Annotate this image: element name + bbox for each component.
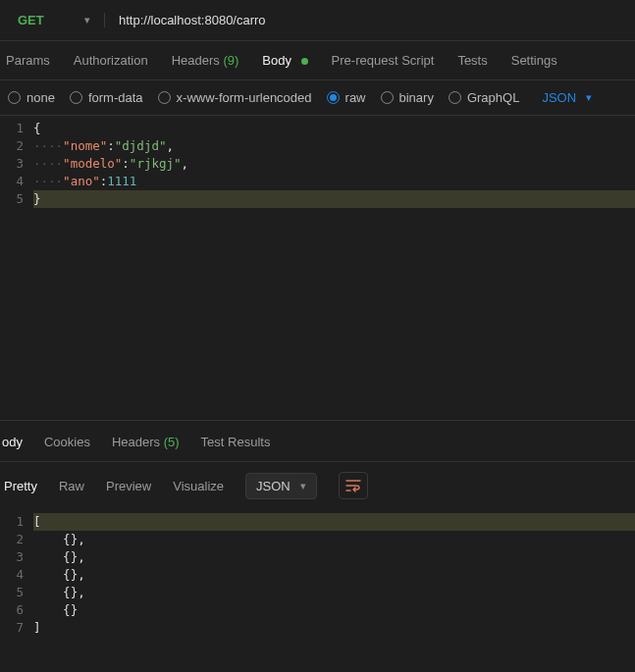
resp-tab-testresults[interactable]: Test Results bbox=[201, 435, 271, 449]
chevron-down-icon: ▾ bbox=[586, 91, 592, 104]
tab-tests[interactable]: Tests bbox=[457, 53, 487, 68]
view-visualize[interactable]: Visualize bbox=[173, 479, 224, 493]
code-line: ····"modelo":"rjkgj", bbox=[33, 155, 635, 173]
view-raw[interactable]: Raw bbox=[59, 479, 84, 493]
code-line: {}, bbox=[33, 548, 635, 566]
view-pretty[interactable]: Pretty bbox=[4, 479, 37, 493]
method-dropdown[interactable]: GET ▾ bbox=[8, 13, 105, 27]
request-body-editor[interactable]: 12345 {····"nome":"djdjd",····"modelo":"… bbox=[0, 116, 635, 420]
code-line: ····"nome":"djdjd", bbox=[33, 137, 635, 155]
resp-headers-count: (5) bbox=[164, 435, 180, 449]
radio-icon bbox=[8, 91, 21, 104]
radio-icon bbox=[70, 91, 82, 104]
tab-prerequest[interactable]: Pre-request Script bbox=[332, 53, 435, 68]
tab-authorization[interactable]: Authorization bbox=[74, 53, 148, 68]
raw-format-label: JSON bbox=[542, 90, 576, 105]
radio-icon bbox=[381, 91, 394, 104]
raw-format-select[interactable]: JSON ▾ bbox=[542, 90, 592, 105]
code-line: {} bbox=[33, 601, 635, 619]
radio-icon bbox=[158, 91, 171, 104]
response-view-bar: Pretty Raw Preview Visualize JSON ▾ bbox=[0, 462, 635, 509]
radio-formdata[interactable]: form-data bbox=[70, 90, 143, 105]
code-line: ] bbox=[33, 619, 635, 637]
line-gutter: 1234567 bbox=[0, 509, 33, 641]
radio-raw[interactable]: raw bbox=[327, 90, 366, 105]
code-line: ····"ano":1111 bbox=[33, 173, 635, 190]
request-tabs: Params Authorization Headers (9) Body Pr… bbox=[0, 41, 635, 80]
resp-headers-label: Headers bbox=[112, 435, 160, 449]
radio-icon-checked bbox=[327, 91, 340, 104]
tab-headers-label: Headers bbox=[172, 53, 220, 68]
code-line: [ bbox=[33, 513, 635, 531]
resp-tab-headers[interactable]: Headers (5) bbox=[112, 435, 180, 449]
response-format-select[interactable]: JSON ▾ bbox=[245, 473, 317, 499]
tab-settings[interactable]: Settings bbox=[511, 53, 557, 68]
code-line: {}, bbox=[33, 531, 635, 548]
response-format-label: JSON bbox=[256, 479, 291, 493]
radio-urlencoded[interactable]: x-www-form-urlencoded bbox=[158, 90, 312, 105]
http-method: GET bbox=[8, 13, 67, 27]
radio-graphql[interactable]: GraphQL bbox=[449, 90, 519, 105]
headers-count: (9) bbox=[223, 53, 238, 68]
tab-headers[interactable]: Headers (9) bbox=[172, 53, 239, 68]
resp-tab-cookies[interactable]: Cookies bbox=[44, 435, 90, 449]
chevron-down-icon: ▾ bbox=[300, 480, 306, 492]
response-tabs: ody Cookies Headers (5) Test Results bbox=[0, 420, 635, 462]
line-gutter: 12345 bbox=[0, 116, 33, 420]
radio-icon bbox=[449, 91, 461, 104]
radio-urlencoded-label: x-www-form-urlencoded bbox=[177, 90, 312, 105]
radio-raw-label: raw bbox=[345, 90, 366, 105]
body-dirty-indicator bbox=[301, 58, 308, 65]
wrap-lines-button[interactable] bbox=[339, 472, 368, 499]
resp-tab-body[interactable]: ody bbox=[2, 435, 23, 449]
radio-none-label: none bbox=[26, 90, 55, 105]
code-line: } bbox=[33, 190, 635, 208]
body-type-row: none form-data x-www-form-urlencoded raw… bbox=[0, 80, 635, 116]
code-area[interactable]: {····"nome":"djdjd",····"modelo":"rjkgj"… bbox=[33, 116, 635, 420]
response-body-editor[interactable]: 1234567 [ {}, {}, {}, {}, {}] bbox=[0, 509, 635, 641]
radio-binary[interactable]: binary bbox=[381, 90, 434, 105]
code-line: {}, bbox=[33, 566, 635, 584]
radio-graphql-label: GraphQL bbox=[467, 90, 519, 105]
code-area[interactable]: [ {}, {}, {}, {}, {}] bbox=[33, 509, 635, 641]
code-line: { bbox=[33, 120, 635, 137]
request-url-bar: GET ▾ http://localhost:8080/carro bbox=[0, 0, 635, 41]
radio-binary-label: binary bbox=[399, 90, 434, 105]
wrap-icon bbox=[345, 479, 361, 492]
radio-none[interactable]: none bbox=[8, 90, 55, 105]
code-line: {}, bbox=[33, 584, 635, 601]
tab-params[interactable]: Params bbox=[6, 53, 50, 68]
tab-body[interactable]: Body bbox=[262, 53, 307, 68]
url-input[interactable]: http://localhost:8080/carro bbox=[105, 13, 266, 27]
chevron-down-icon: ▾ bbox=[84, 14, 90, 26]
radio-formdata-label: form-data bbox=[88, 90, 143, 105]
tab-body-label: Body bbox=[262, 53, 291, 68]
view-preview[interactable]: Preview bbox=[106, 479, 151, 493]
